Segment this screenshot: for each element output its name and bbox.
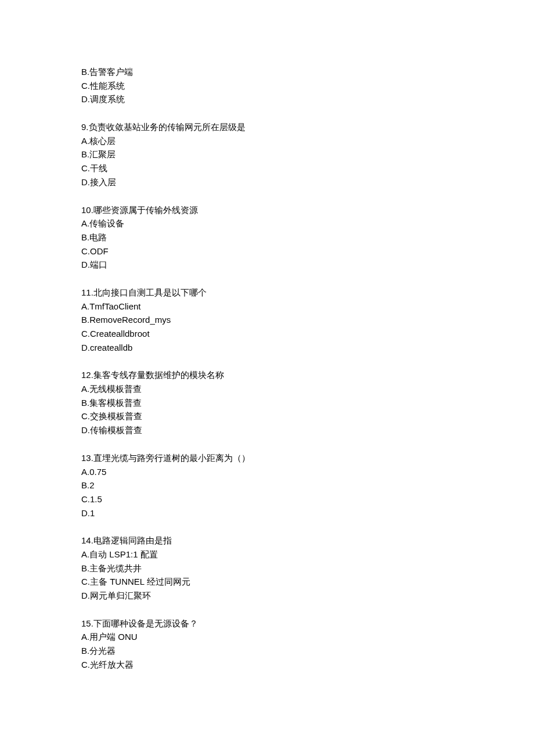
option-text: B.集客模板普查 — [81, 396, 453, 410]
option-text: B.电路 — [81, 231, 453, 244]
option-text: D.1 — [81, 506, 453, 520]
option-text: C.光纤放大器 — [81, 658, 453, 672]
question-stem: 14.电路逻辑同路由是指 — [81, 534, 453, 548]
option-text: B.汇聚层 — [81, 147, 453, 161]
question-block: 13.直埋光缆与路旁行道树的最小距离为（） A.0.75 B.2 C.1.5 D… — [81, 451, 453, 520]
option-text: A.无线模板普查 — [81, 382, 453, 396]
question-block: 15.下面哪种设备是无源设备？ A.用户端 ONU B.分光器 C.光纤放大器 — [81, 617, 453, 672]
question-stem: 9.负责收敛基站业务的传输网元所在层级是 — [81, 120, 453, 134]
option-text: B.2 — [81, 478, 453, 492]
option-text: C.1.5 — [81, 492, 453, 506]
option-text: A.核心层 — [81, 134, 453, 148]
intro-option-block: B.告警客户端 C.性能系统 D.调度系统 — [81, 65, 453, 106]
option-text: D.调度系统 — [81, 92, 453, 106]
question-stem: 12.集客专线存量数据维护的模块名称 — [81, 368, 453, 382]
option-text: C.主备 TUNNEL 经过同网元 — [81, 575, 453, 589]
option-text: C.性能系统 — [81, 79, 453, 93]
question-stem: 11.北向接口自测工具是以下哪个 — [81, 286, 453, 300]
option-text: C.交换模板普查 — [81, 409, 453, 423]
option-text: C.ODF — [81, 244, 453, 258]
option-text: B.分光器 — [81, 644, 453, 658]
question-block: 10.哪些资源属于传输外线资源 A.传输设备 B.电路 C.ODF D.端口 — [81, 203, 453, 272]
option-text: B.告警客户端 — [81, 65, 453, 79]
question-block: 12.集客专线存量数据维护的模块名称 A.无线模板普查 B.集客模板普查 C.交… — [81, 368, 453, 437]
question-stem: 10.哪些资源属于传输外线资源 — [81, 203, 453, 217]
option-text: A.自动 LSP1:1 配置 — [81, 548, 453, 561]
question-stem: 15.下面哪种设备是无源设备？ — [81, 617, 453, 631]
option-text: A.0.75 — [81, 465, 453, 479]
question-block: 11.北向接口自测工具是以下哪个 A.TmfTaoClient B.Remove… — [81, 286, 453, 354]
question-block: 14.电路逻辑同路由是指 A.自动 LSP1:1 配置 B.主备光缆共井 C.主… — [81, 534, 453, 602]
question-block: 9.负责收敛基站业务的传输网元所在层级是 A.核心层 B.汇聚层 C.干线 D.… — [81, 120, 453, 189]
question-stem: 13.直埋光缆与路旁行道树的最小距离为（） — [81, 451, 453, 465]
option-text: D.网元单归汇聚环 — [81, 589, 453, 603]
option-text: A.用户端 ONU — [81, 630, 453, 644]
option-text: A.传输设备 — [81, 217, 453, 231]
option-text: D.端口 — [81, 258, 453, 272]
option-text: C.干线 — [81, 161, 453, 175]
option-text: B.RemoveRecord_mys — [81, 313, 453, 327]
option-text: D.createalldb — [81, 341, 453, 355]
option-text: C.Createalldbroot — [81, 327, 453, 341]
option-text: D.传输模板普查 — [81, 423, 453, 437]
option-text: B.主备光缆共井 — [81, 561, 453, 575]
document-page: B.告警客户端 C.性能系统 D.调度系统 9.负责收敛基站业务的传输网元所在层… — [0, 0, 534, 756]
option-text: A.TmfTaoClient — [81, 300, 453, 314]
option-text: D.接入层 — [81, 175, 453, 189]
